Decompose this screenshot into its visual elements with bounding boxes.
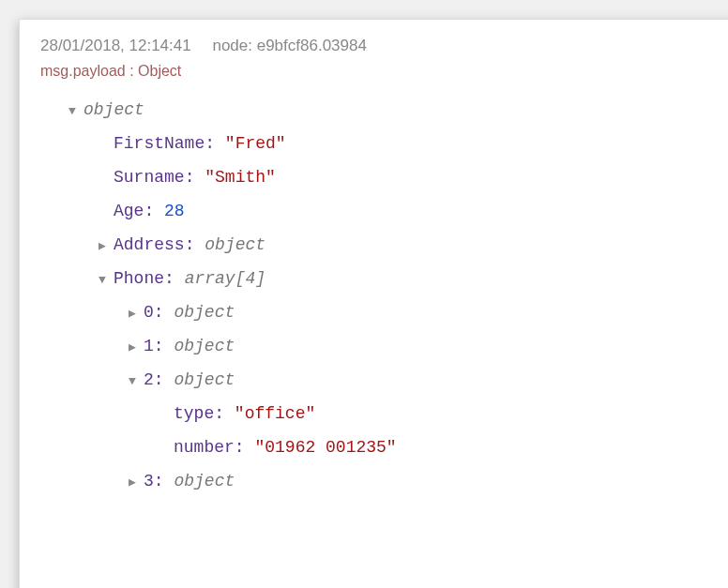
chevron-down-icon[interactable] — [99, 268, 112, 293]
tree-row-phone-1[interactable]: 1: object — [40, 329, 725, 363]
type-label: object — [174, 363, 235, 397]
tree-row-address[interactable]: Address: object — [40, 228, 725, 262]
tree-row-age[interactable]: Age: 28 — [40, 194, 725, 228]
debug-panel: 28/01/2018, 12:14:41 node: e9bfcf86.0398… — [19, 19, 728, 588]
string-value: "Smith" — [205, 160, 276, 194]
tree-row-phone-2[interactable]: 2: object — [40, 363, 725, 397]
key-label: Age — [114, 194, 144, 228]
chevron-right-icon[interactable] — [129, 336, 142, 360]
string-value: "Fred" — [225, 127, 286, 160]
chevron-right-icon[interactable] — [129, 302, 142, 326]
tree-row-firstname[interactable]: FirstName: "Fred" — [40, 127, 725, 160]
tree-row-phone-3[interactable]: 3: object — [40, 464, 725, 498]
key-label: 3 — [144, 464, 154, 498]
type-label: object — [83, 93, 144, 127]
chevron-right-icon[interactable] — [129, 471, 142, 495]
number-value: 28 — [164, 194, 185, 228]
timestamp: 28/01/2018, 12:14:41 — [40, 37, 191, 54]
type-label: array[4] — [185, 262, 265, 295]
type-label: object — [174, 464, 235, 498]
string-value: "office" — [235, 397, 315, 430]
chevron-down-icon[interactable] — [68, 99, 82, 124]
string-value: "01962 001235" — [254, 430, 396, 464]
key-label: 1 — [144, 329, 154, 363]
tree-row-surname[interactable]: Surname: "Smith" — [40, 160, 725, 194]
node-id: node: e9bfcf86.03984 — [212, 37, 366, 54]
key-label: 2 — [144, 363, 154, 397]
chevron-down-icon[interactable] — [129, 369, 142, 394]
key-label: number — [174, 430, 235, 464]
key-label: Address — [114, 228, 185, 262]
type-label: object — [205, 228, 265, 262]
key-label: Surname — [114, 160, 185, 194]
key-label: Phone — [114, 262, 164, 295]
type-label: object — [174, 329, 235, 363]
chevron-right-icon[interactable] — [99, 234, 112, 259]
tree-row-phone-2-type[interactable]: type: "office" — [40, 397, 725, 430]
tree-row-phone-0[interactable]: 0: object — [40, 295, 725, 329]
debug-header: 28/01/2018, 12:14:41 node: e9bfcf86.0398… — [40, 37, 725, 55]
tree-root[interactable]: object — [40, 93, 725, 127]
payload-path[interactable]: msg.payload : Object — [40, 63, 725, 80]
key-label: type — [174, 397, 214, 430]
object-tree: object FirstName: "Fred" Surname: "Smith… — [40, 93, 725, 498]
key-label: FirstName — [114, 127, 205, 160]
tree-row-phone[interactable]: Phone: array[4] — [40, 262, 725, 295]
key-label: 0 — [144, 295, 154, 329]
tree-row-phone-2-number[interactable]: number: "01962 001235" — [40, 430, 725, 464]
type-label: object — [174, 295, 235, 329]
